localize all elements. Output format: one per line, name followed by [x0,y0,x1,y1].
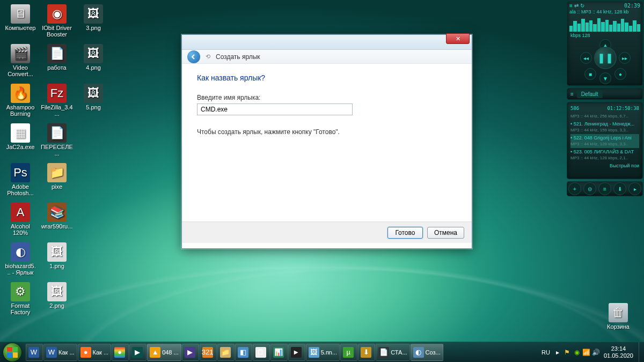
volume-down-icon[interactable]: ▼ [599,72,611,84]
player-repeat-icon[interactable]: ↻ [580,3,584,9]
finish-button[interactable]: Готово [387,227,423,239]
tray-flag-icon[interactable]: ▸ [553,348,562,357]
desktop-icon[interactable]: ▦JaC2a.exe [4,123,36,150]
taskbar-item[interactable]: 📄СТА... [376,344,409,361]
desktop-icon-label: ПЕРЕСЕЛЕ... [41,144,73,157]
taskbar-item[interactable]: ◐Соз... [411,344,443,361]
desktop-icon[interactable]: ◐biohazard5... - Ярлык [4,242,36,276]
create-shortcut-dialog: ✕ ⟲ Создать ярлык Как назвать ярлык? Вве… [181,34,472,249]
close-button[interactable]: ✕ [446,33,470,44]
tray-nvidia-icon[interactable]: ◉ [573,348,581,357]
cancel-button[interactable]: Отмена [427,227,464,239]
playlist-more-button[interactable]: ▸ [628,182,641,195]
dialog-header-title: Создать ярлык [216,53,260,61]
taskbar-item[interactable]: ► [288,344,305,361]
desktop-icon-label: Adobe Photosh... [4,183,36,196]
play-pause-button[interactable]: ❚❚ [594,47,617,69]
desktop-icon[interactable]: 🖼2.png [41,282,73,309]
prev-track-button[interactable]: ◂◂ [580,52,592,64]
taskbar-item[interactable]: ● [112,344,129,361]
desktop-icon-label: Format Factory [4,302,36,315]
desktop-icon-label: 2.png [49,302,64,309]
desktop-icon-label: FileZilla_3.4... [41,104,73,117]
taskbar-clock[interactable]: 23:14 01.05.2020 [602,345,635,359]
desktop-icon[interactable]: 🖥Компьютер [4,4,36,31]
playlist-count: 586 [570,106,579,111]
start-button[interactable] [0,342,25,363]
tray-volume-icon[interactable]: 🔊 [592,348,601,357]
taskbar-item[interactable]: µ [340,344,357,361]
desktop-icon[interactable]: PsAdobe Photosh... [4,163,36,196]
taskbar-item[interactable]: ●Как ... [78,344,112,361]
taskbar-item[interactable]: ◧ [235,344,252,361]
desktop-icon[interactable]: 📚wrar590ru... [41,203,73,230]
playlist-controls: + ⊖ ≡ ⬇ ▸ [567,181,643,196]
playlist-item[interactable]: • 523. 005 ЛИГАЛАЙЗ & DATMP3 :: 44 kHz, … [570,148,639,162]
taskbar-item[interactable]: ▶ [182,344,199,361]
desktop-icon[interactable]: AAlcohol 120% [4,203,36,236]
stop-button[interactable]: ■ [584,68,596,80]
playlist-item[interactable]: • 522. 048 Grigorij Leps i AniMP3 :: 44 … [570,134,639,148]
recycle-bin[interactable]: 🗑 Корзина [602,303,634,330]
desktop-icon[interactable]: 🖼1.png [41,242,73,269]
preset-tab[interactable]: Default [577,90,603,98]
playlist-panel: 586 01:12:50:38 MP3 :: 44 kHz, 256 kbps,… [567,102,643,179]
tray-network-icon[interactable]: 📶 [582,348,591,357]
dialog-footer: Готово Отмена [182,221,472,243]
player-track-info: ala :: MP3 :: 44 kHz, 128 kb [569,9,640,14]
desktop-icon[interactable]: 🖼5.png [77,84,109,110]
desktop-icon-label: 1.png [49,263,64,269]
taskbar-item[interactable]: 📊 [270,344,288,361]
taskbar-item[interactable]: ⬇ [358,344,375,361]
desktop-icon[interactable]: ⚙Format Factory [4,282,36,315]
playlist-add-button[interactable]: + [568,182,581,195]
next-track-button[interactable]: ▸▸ [619,52,631,64]
desktop-icon[interactable]: 📁pixe [41,163,73,190]
desktop-icon[interactable]: FzFileZilla_3.4... [41,84,73,117]
desktop-icon-label: 4.png [86,64,101,71]
desktop-icon[interactable]: 📄работа [41,44,73,71]
taskbar-item[interactable]: ▶ [129,344,147,361]
dialog-header: ⟲ Создать ярлык [182,50,472,64]
taskbar: WWКак ...●Как ...●▶▲048 ...▶321📁◧🗒📊►🖼5.п… [0,342,644,362]
show-desktop-button[interactable] [639,342,644,363]
desktop-icon[interactable]: 🖼3.png [77,4,109,31]
taskbar-item[interactable]: 🖼5.пn... [306,344,340,361]
desktop-icon-label: IObit Driver Booster [41,25,73,38]
player-shuffle-icon[interactable]: ⇄ [574,3,579,9]
tray-action-center-icon[interactable]: ⚑ [563,348,572,357]
player-preset-panel: ≡ Default [567,88,643,100]
playlist-total-time: 01:12:50:38 [607,106,639,111]
back-button[interactable] [187,50,200,63]
taskbar-item[interactable]: ▲048 ... [147,344,181,361]
desktop-icon[interactable]: 🔥Ashampoo Burning Stu... [4,84,36,117]
desktop-icon-label: Alcohol 120% [4,223,36,236]
recycle-bin-label: Корзина [607,323,630,330]
desktop-icon-label: 5.png [86,104,101,110]
desktop-icon-label: Video Convert... [4,64,36,77]
playlist-search-label[interactable]: Быстрый пои [570,162,639,168]
playlist-item[interactable]: • 521. Ленинград - Менедж...MP3 :: 44 kH… [570,120,639,134]
record-button[interactable]: ● [614,68,626,80]
playlist-item[interactable]: MP3 :: 44 kHz, 256 kbps, 6,7.. [570,112,639,120]
playlist-sort-button[interactable]: ≡ [598,182,611,195]
desktop-icon[interactable]: ◉IObit Driver Booster [41,4,73,38]
taskbar-item[interactable]: W [26,344,43,361]
taskbar-item[interactable]: 🗒 [253,344,270,361]
desktop-icon[interactable]: 🖼4.png [77,44,109,71]
playlist-remove-button[interactable]: ⊖ [583,182,596,195]
dialog-titlebar[interactable]: ✕ [182,35,472,50]
language-indicator[interactable]: RU [539,349,552,356]
desktop-icon[interactable]: 📄ПЕРЕСЕЛЕ... [41,123,73,157]
desktop-icon[interactable]: 🎬Video Convert... [4,44,36,77]
player-main-panel: ≡ ⇄ ↻ 02:39 ala :: MP3 :: 44 kHz, 128 kb… [567,1,643,86]
player-menu-icon[interactable]: ≡ [569,3,573,9]
taskbar-item[interactable]: 📁 [217,344,235,361]
dialog-question: Как назвать ярлык? [197,73,457,82]
taskbar-item[interactable]: 321 [200,344,217,361]
shortcut-name-input[interactable] [197,104,353,115]
playlist-save-button[interactable]: ⬇ [613,182,626,195]
preset-menu-icon[interactable]: ≡ [570,91,574,97]
system-tray: RU ▸ ⚑ ◉ 📶 🔊 23:14 01.05.2020 [536,345,639,359]
taskbar-item[interactable]: WКак ... [43,344,77,361]
